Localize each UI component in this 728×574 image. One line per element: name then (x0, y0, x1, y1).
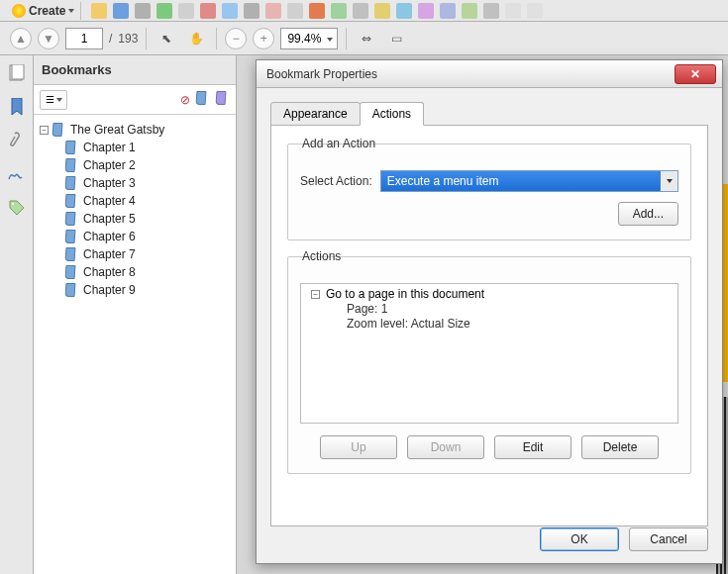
separator (216, 28, 217, 49)
compare-icon[interactable] (396, 3, 412, 19)
bookmark-root[interactable]: − The Great Gatsby (38, 121, 232, 139)
share-icon[interactable] (353, 3, 368, 19)
dialog-title: Bookmark Properties (266, 67, 377, 81)
dropdown-arrow (660, 171, 677, 191)
bookmark-label[interactable]: Chapter 3 (83, 176, 136, 190)
close-icon: ✕ (690, 67, 700, 81)
convert-icon[interactable] (200, 3, 216, 19)
save-icon[interactable] (113, 3, 129, 19)
chevron-down-icon (56, 98, 62, 102)
separator (346, 28, 347, 49)
attachments-icon[interactable] (7, 131, 27, 150)
zoom-in-button[interactable]: + (253, 28, 274, 49)
select-tool-button[interactable]: ⬉ (155, 27, 178, 50)
bookmark-item[interactable]: Chapter 8 (38, 263, 232, 281)
page-number-input[interactable] (65, 28, 103, 49)
bookmark-properties-dialog: Bookmark Properties ✕ Appearance Actions… (256, 59, 723, 564)
action-icon[interactable] (462, 3, 477, 19)
down-button[interactable]: Down (407, 435, 484, 459)
delete-bookmark-icon[interactable]: ⊘ (180, 93, 190, 107)
cancel-button[interactable]: Cancel (629, 527, 708, 551)
hand-tool-button[interactable]: ✋ (184, 27, 208, 50)
bookmark-icon (65, 247, 79, 261)
close-button[interactable]: ✕ (675, 64, 716, 84)
create-button[interactable]: Create (6, 2, 81, 20)
redact-icon[interactable] (418, 3, 434, 19)
bookmark-label[interactable]: Chapter 6 (83, 230, 136, 243)
new-bookmark-from-structure-icon[interactable] (216, 91, 230, 108)
page-separator: / (109, 32, 112, 46)
comment-icon[interactable] (331, 3, 347, 19)
form-icon[interactable] (309, 3, 325, 19)
actions-list[interactable]: − Go to a page in this document Page: 1 … (300, 283, 678, 424)
fit-width-button[interactable]: ⇔ (355, 27, 378, 50)
bookmark-icon (65, 194, 79, 208)
bookmarks-options-button[interactable]: ☰ (40, 90, 67, 110)
bookmark-item[interactable]: Chapter 6 (38, 228, 232, 245)
stamp-icon[interactable] (265, 3, 281, 19)
add-action-button[interactable]: Add... (618, 202, 678, 226)
bookmark-label[interactable]: Chapter 5 (83, 212, 136, 226)
bookmark-item[interactable]: Chapter 3 (38, 174, 232, 192)
bookmark-item[interactable]: Chapter 7 (38, 245, 232, 263)
tags-icon[interactable] (7, 198, 27, 218)
dialog-titlebar[interactable]: Bookmark Properties ✕ (257, 60, 722, 88)
print-icon[interactable] (135, 3, 151, 19)
bookmark-label[interactable]: Chapter 7 (83, 247, 136, 261)
bookmarks-icon[interactable] (7, 97, 27, 117)
zoom-out-button[interactable]: − (225, 28, 247, 49)
attach-icon[interactable] (244, 3, 260, 19)
next-page-button[interactable]: ▼ (38, 28, 59, 49)
bookmark-label[interactable]: Chapter 8 (83, 265, 136, 279)
js-icon[interactable] (483, 3, 499, 19)
action-detail-page: Page: 1 (301, 302, 677, 317)
select-action-label: Select Action: (300, 174, 372, 188)
accessibility-icon[interactable] (527, 3, 543, 19)
bookmark-item[interactable]: Chapter 4 (38, 192, 232, 210)
chevron-down-icon (327, 38, 333, 42)
new-bookmark-icon[interactable] (196, 91, 210, 108)
zoom-level-select[interactable]: 99.4% (280, 28, 338, 49)
email-icon[interactable] (156, 3, 172, 19)
bookmark-label[interactable]: Chapter 4 (83, 194, 136, 208)
add-action-group: Add an Action Select Action: Execute a m… (287, 144, 691, 240)
delete-button[interactable]: Delete (581, 435, 659, 459)
optimize-icon[interactable] (440, 3, 456, 19)
sign-icon[interactable] (287, 3, 303, 19)
create-icon (12, 4, 26, 18)
edit-button[interactable]: Edit (494, 435, 572, 459)
bookmarks-panel-title: Bookmarks (34, 55, 236, 85)
bookmark-label[interactable]: Chapter 1 (83, 141, 136, 154)
tab-appearance[interactable]: Appearance (270, 102, 361, 126)
combine-icon[interactable] (374, 3, 390, 19)
bookmark-label[interactable]: Chapter 9 (83, 283, 136, 297)
bookmark-icon (65, 141, 79, 154)
bookmark-icon (65, 283, 79, 297)
bookmark-label[interactable]: Chapter 2 (83, 158, 136, 172)
bookmark-item[interactable]: Chapter 5 (38, 210, 232, 228)
fit-page-button[interactable]: ▭ (384, 27, 408, 50)
signatures-icon[interactable] (7, 164, 27, 184)
zoom-level-value: 99.4% (287, 32, 321, 46)
select-action-value: Execute a menu item (387, 174, 499, 188)
select-action-dropdown[interactable]: Execute a menu item (380, 170, 678, 192)
multimedia-icon[interactable] (505, 3, 521, 19)
prev-page-button[interactable]: ▲ (10, 28, 32, 49)
bookmark-label[interactable]: The Great Gatsby (70, 123, 164, 137)
bookmark-item[interactable]: Chapter 1 (38, 139, 232, 156)
tab-actions[interactable]: Actions (360, 102, 424, 126)
up-button[interactable]: Up (320, 435, 397, 459)
export-icon[interactable] (222, 3, 238, 19)
ok-button[interactable]: OK (540, 527, 619, 551)
collapse-icon[interactable]: − (311, 290, 320, 299)
bookmark-icon (65, 265, 79, 279)
bookmark-item[interactable]: Chapter 9 (38, 281, 232, 299)
collapse-icon[interactable]: − (40, 126, 49, 135)
bookmark-item[interactable]: Chapter 2 (38, 156, 232, 174)
navigation-toolbar: ▲ ▼ / 193 ⬉ ✋ − + 99.4% ⇔ ▭ (0, 22, 728, 55)
page-thumbnails-icon[interactable] (7, 63, 27, 83)
bookmark-icon (65, 176, 79, 190)
open-icon[interactable] (91, 3, 107, 19)
action-item[interactable]: − Go to a page in this document (301, 286, 677, 302)
scan-icon[interactable] (178, 3, 194, 19)
